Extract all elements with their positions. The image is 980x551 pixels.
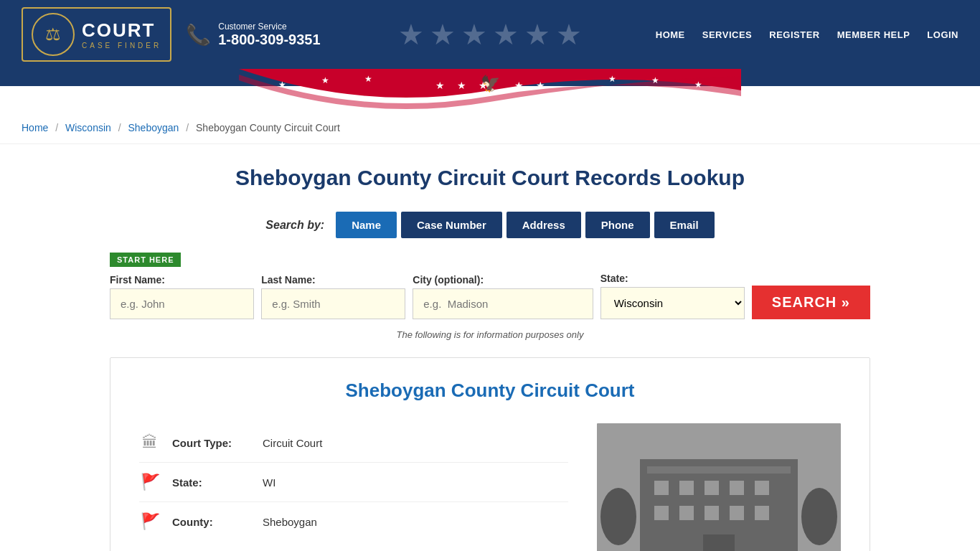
- svg-rect-23: [705, 506, 719, 520]
- logo-sub-text: CASE FINDER: [82, 42, 161, 50]
- logo-text: COURT CASE FINDER: [82, 19, 161, 50]
- svg-rect-19: [730, 481, 744, 495]
- state-value: WI: [263, 476, 275, 489]
- svg-text:★: ★: [364, 74, 372, 84]
- cs-label: Customer Service: [218, 22, 320, 32]
- header-left: ⚖ COURT CASE FINDER 📞 Customer Service 1…: [22, 7, 321, 62]
- court-card-title: Sheboygan County Circuit Court: [139, 380, 841, 402]
- svg-rect-28: [703, 534, 735, 551]
- tab-phone[interactable]: Phone: [585, 212, 650, 238]
- court-card: Sheboygan County Circuit Court 🏛 Court T…: [110, 357, 870, 551]
- nav-home[interactable]: HOME: [656, 29, 685, 40]
- svg-rect-24: [730, 506, 744, 520]
- svg-rect-25: [755, 506, 769, 520]
- wave-svg: ★ ★ ★ ★ ★ ★ 🦅 ★ ★ ★ ★ ★: [239, 69, 741, 112]
- main-nav: HOME SERVICES REGISTER MEMBER HELP LOGIN: [656, 29, 958, 40]
- cs-phone: 1-800-309-9351: [218, 32, 320, 48]
- customer-service: 📞 Customer Service 1-800-309-9351: [186, 22, 320, 48]
- phone-icon: 📞: [186, 23, 211, 47]
- breadcrumb-home[interactable]: Home: [22, 122, 48, 133]
- last-name-input[interactable]: [261, 288, 405, 319]
- search-by-row: Search by: Name Case Number Address Phon…: [110, 212, 870, 238]
- tab-address[interactable]: Address: [507, 212, 581, 238]
- county-value: Sheboygan: [263, 516, 317, 528]
- county-label: County:: [172, 516, 251, 528]
- svg-rect-21: [654, 506, 669, 520]
- city-input[interactable]: [413, 288, 593, 319]
- scales-icon: ⚖: [45, 24, 61, 44]
- search-button[interactable]: SEARCH »: [752, 286, 870, 319]
- svg-text:★: ★: [457, 80, 466, 91]
- info-note: The following is for information purpose…: [110, 329, 870, 340]
- logo-court-text: COURT: [82, 19, 161, 42]
- nav-login[interactable]: LOGIN: [927, 29, 958, 40]
- breadcrumb-current: Sheboygan County Circuit Court: [196, 122, 340, 133]
- state-group: State: Wisconsin Alabama Alaska Arizona …: [600, 273, 745, 319]
- logo: ⚖ COURT CASE FINDER: [22, 7, 171, 62]
- court-details: 🏛 Court Type: Circuit Court 🚩 State: WI …: [139, 423, 568, 551]
- court-type-value: Circuit Court: [263, 437, 322, 449]
- state-select[interactable]: Wisconsin Alabama Alaska Arizona Califor…: [600, 287, 745, 319]
- logo-emblem: ⚖: [32, 13, 75, 56]
- tab-email[interactable]: Email: [654, 212, 715, 238]
- nav-member-help[interactable]: MEMBER HELP: [837, 29, 910, 40]
- court-type-icon: 🏛: [139, 433, 161, 452]
- state-label-detail: State:: [172, 476, 251, 489]
- first-name-label: First Name:: [110, 274, 254, 286]
- search-form: START HERE First Name: Last Name: City (…: [110, 253, 870, 319]
- svg-text:★: ★: [651, 75, 659, 85]
- svg-text:★: ★: [514, 80, 524, 91]
- star-icon: ★: [398, 18, 424, 51]
- svg-rect-17: [679, 481, 694, 495]
- county-icon: 🚩: [139, 512, 161, 531]
- svg-text:★: ★: [435, 80, 445, 91]
- court-type-row: 🏛 Court Type: Circuit Court: [139, 423, 568, 463]
- main-content: Sheboygan County Circuit Court Records L…: [95, 144, 885, 551]
- breadcrumb-state[interactable]: Wisconsin: [65, 122, 111, 133]
- svg-text:★: ★: [479, 80, 488, 91]
- cs-info: Customer Service 1-800-309-9351: [218, 22, 320, 48]
- svg-point-27: [801, 488, 837, 545]
- svg-rect-16: [654, 481, 669, 495]
- star-icon: ★: [493, 18, 519, 51]
- start-here-badge: START HERE: [110, 253, 181, 267]
- svg-text:★: ★: [608, 74, 616, 84]
- search-by-label: Search by:: [265, 219, 324, 232]
- tab-name[interactable]: Name: [336, 212, 397, 238]
- city-group: City (optional):: [413, 274, 593, 319]
- svg-rect-18: [705, 481, 719, 495]
- form-row: First Name: Last Name: City (optional): …: [110, 273, 870, 319]
- breadcrumb-county[interactable]: Sheboygan: [128, 122, 179, 133]
- svg-rect-20: [755, 481, 769, 495]
- svg-text:★: ★: [694, 80, 702, 90]
- tab-case-number[interactable]: Case Number: [401, 212, 502, 238]
- court-card-body: 🏛 Court Type: Circuit Court 🚩 State: WI …: [139, 423, 841, 551]
- star-icon: ★: [430, 18, 456, 51]
- first-name-group: First Name:: [110, 274, 254, 319]
- breadcrumb-sep: /: [186, 122, 192, 133]
- last-name-group: Last Name:: [261, 274, 405, 319]
- page-title: Sheboygan County Circuit Court Records L…: [110, 166, 870, 190]
- breadcrumb-sep: /: [55, 122, 61, 133]
- breadcrumb-sep: /: [118, 122, 124, 133]
- star-icon: ★: [556, 18, 582, 51]
- svg-text:★: ★: [321, 75, 329, 85]
- county-row: 🚩 County: Sheboygan: [139, 502, 568, 541]
- star-icon: ★: [524, 18, 550, 51]
- nav-register[interactable]: REGISTER: [769, 29, 819, 40]
- svg-rect-15: [647, 466, 791, 474]
- state-row: 🚩 State: WI: [139, 463, 568, 502]
- svg-point-26: [600, 488, 636, 545]
- court-type-label: Court Type:: [172, 437, 251, 449]
- wave-banner: ★ ★ ★ ★ ★ ★ 🦅 ★ ★ ★ ★ ★: [0, 69, 980, 112]
- breadcrumb: Home / Wisconsin / Sheboygan / Sheboygan…: [0, 112, 980, 144]
- site-header: ⚖ COURT CASE FINDER 📞 Customer Service 1…: [0, 0, 980, 69]
- nav-services[interactable]: SERVICES: [702, 29, 753, 40]
- svg-text:★: ★: [536, 80, 545, 91]
- state-label: State:: [600, 273, 745, 284]
- building-svg: [597, 423, 841, 551]
- state-icon: 🚩: [139, 473, 161, 491]
- star-icon: ★: [461, 18, 487, 51]
- last-name-label: Last Name:: [261, 274, 405, 286]
- first-name-input[interactable]: [110, 288, 254, 319]
